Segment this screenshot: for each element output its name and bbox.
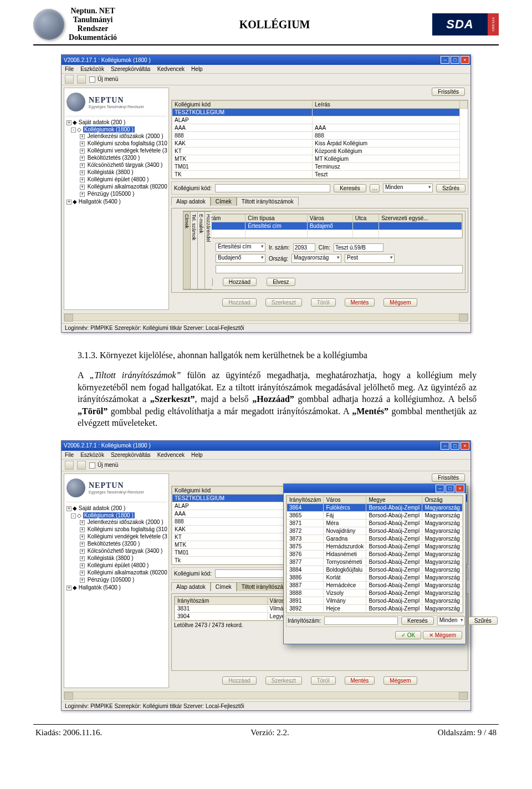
- btn-torol[interactable]: Töröl: [311, 676, 336, 685]
- table-row[interactable]: 3864FulókércsBorsod-Abaúj-ZemplMagyarors…: [287, 503, 463, 511]
- table-row[interactable]: 3875HernádszurdokBorsod-Abaúj-ZemplMagya…: [287, 542, 463, 550]
- table-row[interactable]: 3877TornyosnémetiBorsod-Abaúj-ZemplMagya…: [287, 558, 463, 566]
- tree-selected[interactable]: Kollégiumok (1800 ): [83, 512, 135, 518]
- tree-expand-icon[interactable]: +: [80, 170, 85, 175]
- tree-item[interactable]: + Kollégiumi alkalmazottak (80200: [79, 183, 167, 190]
- input-cim[interactable]: [334, 243, 383, 252]
- newmenu-checkbox[interactable]: [89, 462, 95, 469]
- col-header[interactable]: Utca: [352, 215, 378, 222]
- btn-hozzaad[interactable]: Hozzáad: [222, 298, 256, 307]
- minimize-icon[interactable]: –: [441, 442, 449, 450]
- tree-selected[interactable]: Kollégiumok (1800 ): [83, 126, 135, 133]
- maximize-icon[interactable]: □: [446, 485, 454, 492]
- refresh-button[interactable]: Frissítés: [432, 88, 465, 96]
- maximize-icon[interactable]: □: [451, 56, 459, 64]
- tree-item[interactable]: + Pénzügy (105000 ): [79, 190, 167, 197]
- table-row[interactable]: 3888VizsolyBorsod-Abaúj-ZemplMagyarorszá…: [287, 589, 463, 597]
- tree-collapse-icon[interactable]: -: [71, 513, 76, 518]
- window-titlebar[interactable]: V2006.2.17.1 : Kollégiumok (1800 ) – □ ×: [62, 441, 470, 451]
- btn-szerkeszt[interactable]: Szerkeszt: [265, 676, 302, 685]
- btn-megsem[interactable]: Mégsem: [383, 676, 417, 685]
- combo-varos[interactable]: Budajenő: [216, 254, 265, 263]
- tree-expand-icon[interactable]: +: [80, 549, 85, 554]
- tree-item[interactable]: + Kölcsönözhető tárgyak (3400 ): [79, 161, 167, 169]
- tree-root[interactable]: Saját adatok (200 ): [79, 119, 126, 125]
- close-icon[interactable]: ×: [456, 485, 464, 492]
- menu-tools[interactable]: Eszközök: [80, 66, 104, 72]
- input-irszam[interactable]: [293, 243, 315, 252]
- remove-button[interactable]: Elvesz: [267, 278, 295, 286]
- table-row[interactable]: 2093 Értesítési cím Budajenő: [187, 222, 462, 230]
- menu-role[interactable]: Szerepkörváltás: [111, 66, 151, 72]
- tree-expand-icon[interactable]: +: [80, 542, 85, 547]
- sidetab[interactable]: E-mailek: [197, 211, 204, 289]
- tree-item[interactable]: + Kollégiumi szoba foglaltság (310: [79, 526, 167, 533]
- popup-grid[interactable]: Irányítószám Város Megye Ország 3864Fuló…: [286, 495, 463, 613]
- add-button[interactable]: Hozzáad: [223, 278, 257, 286]
- popup-filter-button[interactable]: Szűrés: [468, 617, 498, 625]
- table-row[interactable]: 3871MéraBorsod-Abaúj-ZemplMagyarország: [287, 519, 463, 527]
- menu-tools[interactable]: Eszközök: [80, 452, 104, 458]
- filter-input[interactable]: [215, 184, 330, 192]
- tree-item[interactable]: + Kölcsönözhető tárgyak (3400 ): [79, 547, 167, 554]
- close-icon[interactable]: ×: [461, 56, 469, 64]
- tree-expand-icon[interactable]: +: [80, 134, 85, 139]
- tree-expand-icon[interactable]: +: [80, 527, 85, 532]
- col-header[interactable]: Leírás: [313, 101, 460, 109]
- btn-torol[interactable]: Töröl: [311, 298, 336, 307]
- minimize-icon[interactable]: –: [436, 485, 444, 492]
- table-row[interactable]: AAAAAA: [172, 124, 468, 132]
- lookup-popup[interactable]: – □ × Irányítószám Város Megye Ország 38…: [283, 483, 466, 644]
- tree-item[interactable]: + Kollégiumi vendégek felvétele (3: [79, 533, 167, 540]
- window-titlebar[interactable]: V2006.2.17.1 : Kollégiumok (1800 ) – □ ×: [62, 55, 470, 65]
- tree-item[interactable]: + Jelentkezési időszakok (2000 ): [79, 133, 167, 140]
- table-row[interactable]: 3891VilmányBorsod-Abaúj-ZemplMagyarorszá…: [287, 597, 463, 604]
- tree-expand-icon[interactable]: +: [80, 571, 85, 576]
- col-header[interactable]: Ország: [422, 496, 463, 503]
- tree-expand-icon[interactable]: +: [80, 535, 85, 539]
- menu-role[interactable]: Szerepkörváltás: [111, 452, 151, 458]
- newmenu-checkbox[interactable]: [89, 77, 95, 83]
- popup-ok-button[interactable]: ✓ OK: [395, 631, 421, 639]
- search-button[interactable]: Keresés: [334, 184, 366, 192]
- tree-expand-icon[interactable]: +: [66, 120, 71, 125]
- tab-cimek[interactable]: Címek: [211, 582, 237, 591]
- table-row[interactable]: [187, 230, 462, 238]
- table-row[interactable]: TESZTKOLLEGIUM: [172, 109, 468, 116]
- tree-item[interactable]: + Kollégiumi épület (4800 ): [79, 562, 167, 569]
- tree-item[interactable]: + Kollégiumi alkalmazottak (80200: [79, 569, 167, 576]
- btn-mentes[interactable]: Mentés: [345, 298, 375, 307]
- table-row[interactable]: 3886KorlátBorsod-Abaúj-ZemplMagyarország: [287, 573, 463, 581]
- tree-expand-icon[interactable]: +: [80, 563, 85, 568]
- tree-item[interactable]: + Pénzügy (105000 ): [79, 576, 167, 583]
- tree-item[interactable]: + Jelentkezési időszakok (2000 ): [79, 518, 167, 526]
- sidetab[interactable]: Tel. számok: [190, 211, 197, 289]
- table-row[interactable]: MTKMT Kollégium: [172, 155, 468, 163]
- col-header[interactable]: Cím típusa: [245, 215, 307, 222]
- btn-mentes[interactable]: Mentés: [345, 676, 375, 685]
- combo-megye[interactable]: Pest: [345, 254, 395, 263]
- combo-tipus[interactable]: Értesítési cím: [216, 243, 265, 252]
- popup-filter-combo[interactable]: Minden: [437, 617, 465, 625]
- menu-file[interactable]: File: [65, 66, 74, 72]
- tree-expand-icon[interactable]: +: [80, 156, 85, 161]
- col-header[interactable]: Szervezeti egysé...: [379, 215, 462, 222]
- col-header[interactable]: Város: [324, 496, 366, 503]
- table-row[interactable]: 888888: [172, 132, 468, 140]
- menu-help[interactable]: Help: [191, 66, 203, 72]
- tree-item[interactable]: + Beköltöztetés (3200 ): [79, 154, 167, 161]
- tree-item[interactable]: + Kollégisták (3800 ): [79, 169, 167, 176]
- tree-expand-icon[interactable]: +: [66, 506, 71, 511]
- tree-item[interactable]: + Kollégisták (3800 ): [79, 554, 167, 562]
- tree-item[interactable]: + Kollégiumi épület (4800 ): [79, 176, 167, 183]
- col-header[interactable]: Irányítószám: [287, 496, 324, 503]
- toolbar-fwd-icon[interactable]: [77, 461, 86, 470]
- input-leiras[interactable]: [216, 265, 463, 273]
- menu-help[interactable]: Help: [191, 452, 203, 458]
- tree-collapse-icon[interactable]: -: [71, 128, 76, 133]
- tree-item[interactable]: + Kollégiumi vendégek felvétele (3: [79, 147, 167, 154]
- tree-item[interactable]: + Kollégiumi szoba foglaltság (310: [79, 140, 167, 147]
- h-scrollbar[interactable]: [64, 691, 468, 699]
- search-more-button[interactable]: …: [370, 184, 380, 192]
- popup-search-button[interactable]: Keresés: [401, 617, 434, 625]
